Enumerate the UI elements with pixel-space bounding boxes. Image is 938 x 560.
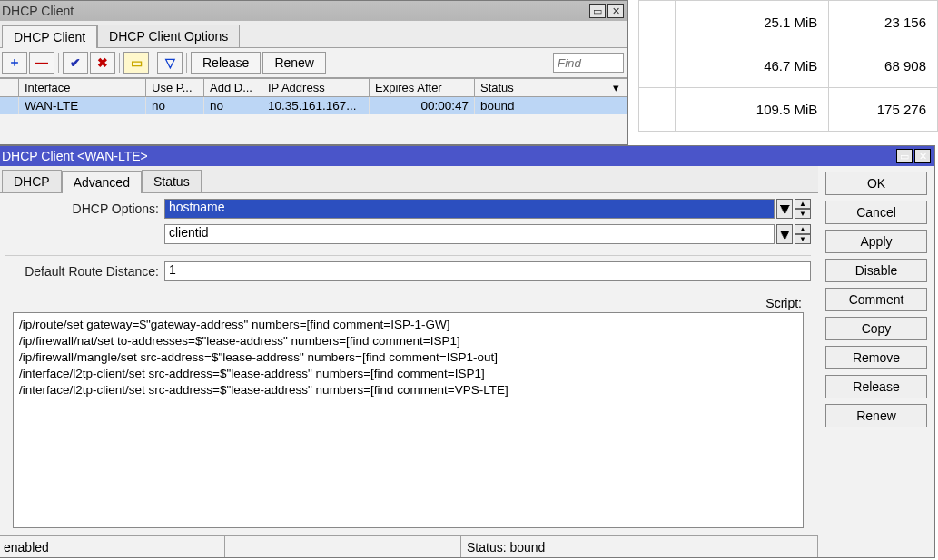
add-button[interactable]: ＋ [2,52,27,74]
dhcp-client-list-window: DHCP Client ▭ ✕ DHCP Client DHCP Client … [0,0,628,145]
col-expires[interactable]: Expires After [370,79,475,97]
renew-button[interactable]: Renew [262,52,326,74]
tab-dhcp-client-options[interactable]: DHCP Client Options [97,25,240,47]
table-row[interactable]: WAN-LTE no no 10.35.161.167... 00:00:47 … [0,97,627,115]
tab-dhcp-client[interactable]: DHCP Client [2,25,97,48]
table-row: 109.5 MiB175 276 [639,88,938,132]
cancel-button[interactable]: Cancel [825,201,927,224]
status-bound: Status: bound [461,536,818,557]
dhcp-option-1-dropdown[interactable]: ⯆ [776,199,793,219]
default-route-distance-label: Default Route Distance: [5,264,164,279]
dhcp-option-2-dropdown[interactable]: ⯆ [776,224,793,244]
col-status[interactable]: Status [475,79,607,97]
minimize-button[interactable]: ▭ [589,4,606,18]
remove-button[interactable]: Remove [825,346,927,369]
status-bar: enabled Status: bound [0,535,818,557]
background-stats-table: 25.1 MiB23 156 46.7 MiB68 908 109.5 MiB1… [638,0,938,132]
col-ip[interactable]: IP Address [262,79,370,97]
copy-button[interactable]: Copy [825,317,927,340]
window-title: DHCP Client [2,4,587,18]
table-row: 25.1 MiB23 156 [639,1,938,44]
col-addd[interactable]: Add D... [204,79,262,97]
ok-button[interactable]: OK [825,172,927,195]
find-input[interactable] [553,53,624,73]
dhcp-option-1-input[interactable]: hostname [164,199,775,219]
renew-button[interactable]: Renew [825,404,927,427]
dhcp-client-detail-window: DHCP Client <WAN-LTE> ▭ ✕ DHCP Advanced … [0,145,935,558]
col-interface[interactable]: Interface [19,79,146,97]
col-usep[interactable]: Use P... [146,79,204,97]
dhcp-options-label: DHCP Options: [5,201,164,216]
tab-dhcp[interactable]: DHCP [2,170,62,192]
close-button[interactable]: ✕ [607,4,624,18]
release-button[interactable]: Release [191,52,261,74]
tab-row: DHCP Client DHCP Client Options [0,21,627,48]
comment-icon-button[interactable]: ▭ [123,52,149,74]
dhcp-option-2-input[interactable]: clientid [164,224,775,244]
client-grid[interactable]: Interface Use P... Add D... IP Address E… [0,78,627,114]
table-row: 46.7 MiB68 908 [639,44,938,88]
detail-tab-row: DHCP Advanced Status [0,166,818,193]
status-enabled: enabled [0,536,225,557]
close-button[interactable]: ✕ [914,149,931,163]
filter-button[interactable]: ▽ [157,52,183,74]
apply-button[interactable]: Apply [825,230,927,253]
dhcp-option-2-stepper[interactable]: ▲▼ [795,224,811,244]
script-label: Script: [765,296,802,310]
remove-button[interactable]: — [29,52,54,74]
enable-button[interactable]: ✔ [63,52,88,74]
disable-button[interactable]: Disable [825,259,927,282]
dhcp-option-1-stepper[interactable]: ▲▼ [795,199,811,219]
titlebar[interactable]: DHCP Client ▭ ✕ [0,1,627,21]
window-title: DHCP Client <WAN-LTE> [2,149,894,163]
column-chooser[interactable]: ▾ [607,79,627,97]
minimize-button[interactable]: ▭ [896,149,913,163]
disable-button[interactable]: ✖ [90,52,115,74]
comment-button[interactable]: Comment [825,288,927,311]
toolbar: ＋ — ✔ ✖ ▭ ▽ Release Renew [0,48,627,78]
script-textarea[interactable] [13,312,804,528]
default-route-distance-input[interactable]: 1 [164,261,811,281]
titlebar[interactable]: DHCP Client <WAN-LTE> ▭ ✕ [0,146,934,166]
release-button[interactable]: Release [825,375,927,398]
button-panel: OK Cancel Apply Disable Comment Copy Rem… [818,166,934,557]
tab-advanced[interactable]: Advanced [62,171,142,193]
tab-status[interactable]: Status [142,170,202,192]
